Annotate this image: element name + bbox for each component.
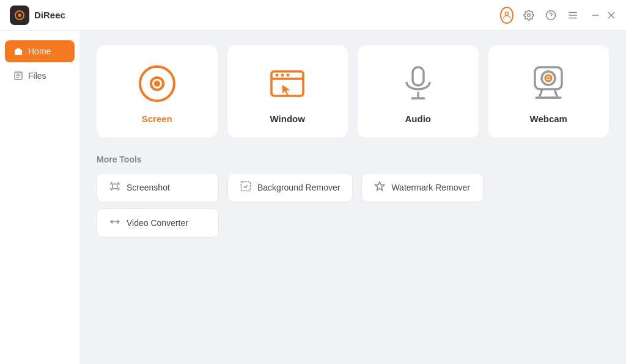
sidebar-home-label: Home xyxy=(28,46,51,56)
video-converter-button[interactable]: Video Converter xyxy=(97,208,219,238)
settings-button[interactable] xyxy=(522,9,536,22)
titlebar-actions xyxy=(500,9,616,22)
video-converter-label: Video Converter xyxy=(127,218,188,228)
svg-point-20 xyxy=(276,74,279,77)
svg-rect-32 xyxy=(241,182,251,191)
background-remover-label: Background Remover xyxy=(257,183,340,192)
recording-cards: Screen Window xyxy=(97,45,609,137)
background-remover-button[interactable]: Background Remover xyxy=(227,173,353,202)
svg-point-22 xyxy=(287,74,290,77)
window-card-icon xyxy=(266,62,309,105)
close-button[interactable] xyxy=(606,10,616,20)
screen-card-icon xyxy=(136,62,179,105)
help-button[interactable] xyxy=(544,9,558,22)
logo-dot xyxy=(18,13,21,17)
screenshot-label: Screenshot xyxy=(127,183,170,192)
window-card-label: Window xyxy=(270,114,305,124)
settings-icon xyxy=(523,10,534,21)
watermark-remover-label: Watermark Remover xyxy=(391,183,470,192)
svg-point-0 xyxy=(505,12,508,15)
webcam-icon xyxy=(530,65,567,103)
sidebar-item-home[interactable]: Home xyxy=(5,40,75,62)
tools-grid: Screenshot Background Remover xyxy=(97,173,609,238)
screenshot-button[interactable]: Screenshot xyxy=(97,173,219,202)
svg-point-17 xyxy=(154,81,160,87)
minimize-button[interactable] xyxy=(591,10,600,20)
svg-point-29 xyxy=(547,77,550,79)
audio-card-icon xyxy=(397,62,440,105)
screen-icon xyxy=(138,64,177,103)
svg-point-21 xyxy=(281,74,284,77)
audio-card[interactable]: Audio xyxy=(358,45,479,137)
window-icon xyxy=(269,67,306,101)
screen-card-label: Screen xyxy=(142,114,172,124)
minimize-icon xyxy=(591,11,600,20)
close-icon xyxy=(607,11,616,20)
titlebar: DiReec xyxy=(0,0,626,31)
webcam-card-icon xyxy=(527,62,570,105)
watermark-remover-button[interactable]: Watermark Remover xyxy=(361,173,484,202)
logo-inner xyxy=(15,10,24,20)
background-remover-icon xyxy=(240,181,251,194)
help-icon xyxy=(545,10,556,21)
svg-rect-10 xyxy=(17,52,20,55)
tools-row-2: Video Converter xyxy=(97,208,609,238)
audio-card-label: Audio xyxy=(405,114,432,124)
more-tools-section: More Tools xyxy=(97,155,609,238)
webcam-card[interactable]: Webcam xyxy=(488,45,609,137)
svg-point-1 xyxy=(528,13,531,16)
profile-button[interactable] xyxy=(500,9,514,22)
webcam-card-label: Webcam xyxy=(530,114,567,124)
audio-icon xyxy=(402,65,435,103)
app-body: Home Files xyxy=(0,31,626,364)
profile-icon xyxy=(500,7,514,24)
screen-card[interactable]: Screen xyxy=(97,45,218,137)
more-tools-title: More Tools xyxy=(97,155,609,164)
main-content: Screen Window xyxy=(79,31,626,364)
app-name: DiReec xyxy=(34,10,65,20)
sidebar-item-files[interactable]: Files xyxy=(5,65,75,87)
watermark-remover-icon xyxy=(374,181,385,194)
sidebar: Home Files xyxy=(0,31,79,364)
home-icon xyxy=(13,46,23,56)
video-converter-icon xyxy=(109,216,120,230)
menu-button[interactable] xyxy=(566,9,580,22)
svg-marker-33 xyxy=(375,182,385,191)
screenshot-icon xyxy=(109,181,120,194)
app-logo: DiReec xyxy=(10,5,65,25)
files-icon xyxy=(13,71,23,81)
menu-icon xyxy=(567,10,578,21)
svg-rect-31 xyxy=(112,184,117,189)
sidebar-files-label: Files xyxy=(28,71,46,81)
window-controls xyxy=(591,10,616,20)
svg-rect-23 xyxy=(413,67,424,86)
window-card[interactable]: Window xyxy=(227,45,348,137)
logo-icon xyxy=(10,5,29,25)
tools-row-1: Screenshot Background Remover xyxy=(97,173,609,202)
